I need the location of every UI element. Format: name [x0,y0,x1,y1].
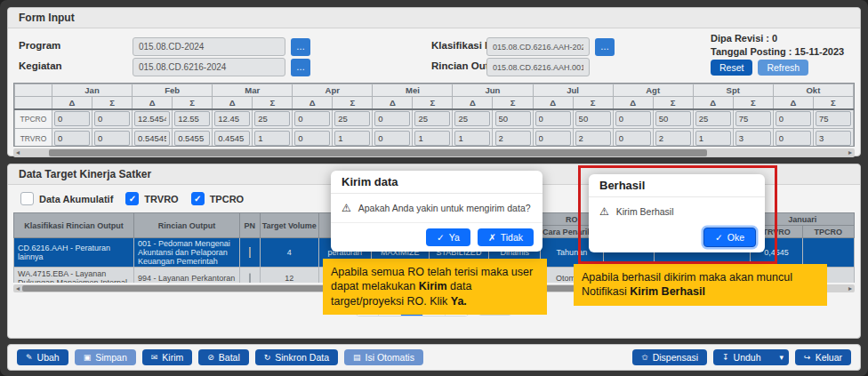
month-value-input[interactable] [454,131,490,146]
month-value-input[interactable] [214,111,250,126]
month-value-input[interactable] [655,131,691,146]
month-header-apr: Apr [293,84,373,97]
month-value-input[interactable] [174,111,210,126]
month-value-input[interactable] [374,111,410,126]
kegiatan-browse-button[interactable]: … [291,59,310,76]
cross-icon: ✗ [488,232,496,243]
ya-button[interactable]: ✓ Ya [426,228,470,246]
month-value-input[interactable] [575,111,611,126]
tpcro-checkbox[interactable]: ✓ [191,192,205,205]
month-value-input[interactable] [414,131,450,146]
sync-icon: ↻ [264,353,271,362]
month-value-input[interactable] [414,111,450,126]
keluar-button[interactable]: ↪ Keluar [795,349,851,365]
kro-input[interactable] [486,37,590,56]
kirim-modal-title: Kirim data [331,171,542,194]
month-value-input[interactable] [294,111,330,126]
scroll-right-icon[interactable]: ▸ [846,284,855,293]
month-value-input[interactable] [294,131,330,146]
month-value-input[interactable] [776,131,811,146]
pn-checkbox[interactable] [249,273,251,283]
month-value-input[interactable] [54,131,90,146]
month-value-input[interactable] [334,131,370,146]
sinkron-data-button[interactable]: ↻ Sinkron Data [255,349,338,365]
scroll-left-icon[interactable]: ◂ [13,148,22,157]
kirim-button[interactable]: ✉ Kirim [142,349,192,365]
sub-header-sigma: Σ [653,97,693,109]
sub-header-sigma: Σ [92,97,133,109]
month-value-input[interactable] [735,111,771,126]
month-table-scrollbar[interactable]: ◂ ▸ [13,148,855,157]
month-value-input[interactable] [495,131,531,146]
month-value-input[interactable] [816,111,851,126]
sub-header-sigma: Σ [733,97,773,109]
month-value-input[interactable] [374,131,410,146]
trvro-checkbox[interactable]: ✓ [125,192,139,205]
oke-button[interactable]: ✓ Oke [703,228,756,247]
month-value-input[interactable] [174,131,210,146]
tidak-button[interactable]: ✗ Tidak [478,228,534,246]
ro-input[interactable] [486,58,590,76]
month-value-input[interactable] [454,111,490,126]
reset-button[interactable]: Reset [711,60,752,76]
month-value-input[interactable] [495,111,531,126]
month-value-input[interactable] [816,131,851,146]
month-value-input[interactable] [735,131,771,146]
dispensasi-label: Dispensasi [653,352,698,363]
month-value-input[interactable] [54,111,90,126]
month-value-input[interactable] [134,111,170,126]
sub-header-delta: Δ [133,97,173,109]
sub-header-delta: Δ [693,97,733,109]
table-cell [802,238,854,268]
sub-header-delta: Δ [613,97,653,109]
ubah-button[interactable]: ✎ Ubah [17,349,68,365]
program-browse-button[interactable]: … [291,38,310,56]
data-akumulatif-checkbox[interactable] [20,192,34,205]
dispensasi-button[interactable]: ✩ Dispensasi [632,349,707,365]
scroll-right-icon[interactable]: ▸ [846,148,855,157]
berhasil-modal: Berhasil ⚠ Kirim Berhasil ✓ Oke [589,174,765,252]
month-value-input[interactable] [535,131,571,146]
table-cell: CD.6216.AAH - Peraturan lainnya [14,238,134,268]
col-header: Rincian Output [134,213,240,238]
scroll-left-icon[interactable]: ◂ [13,284,22,293]
month-value-input[interactable] [615,131,651,146]
month-value-input[interactable] [94,111,130,126]
sub-header-sigma: Σ [333,97,373,109]
month-value-input[interactable] [695,111,731,126]
month-value-input[interactable] [334,111,370,126]
month-value-input[interactable] [695,131,731,146]
row-label: TRVRO [15,129,52,148]
col-header: PN [239,213,260,238]
chevron-down-icon: ▾ [780,353,784,362]
month-value-input[interactable] [535,111,571,126]
month-scroll-thumb[interactable] [49,149,707,156]
batal-label: Batal [219,352,240,363]
month-value-input[interactable] [615,111,651,126]
simpan-button[interactable]: ▣ Simpan [75,349,136,365]
batal-button[interactable]: ⊘ Batal [198,349,248,365]
month-value-input[interactable] [254,131,290,146]
month-table: JanFebMarAprMeiJunJulAgtSptOktΔΣΔΣΔΣΔΣΔΣ… [13,83,855,147]
month-value-input[interactable] [214,131,250,146]
tanggal-posting-text: Tanggal Posting : 15-11-2023 [711,46,844,57]
month-value-input[interactable] [776,111,811,126]
unduh-button[interactable]: ↧ Unduh ▾ [713,349,789,365]
pn-checkbox[interactable] [249,247,251,258]
kro-browse-button[interactable]: … [595,38,615,56]
berhasil-modal-title: Berhasil [589,174,765,197]
month-value-input[interactable] [575,131,611,146]
month-value-input[interactable] [134,131,170,146]
kegiatan-input[interactable] [133,58,285,76]
month-header-spt: Spt [693,84,773,97]
month-value-input[interactable] [254,111,290,126]
month-value-input[interactable] [655,111,691,126]
isi-otomatis-button[interactable]: ▤ Isi Otomatis [344,349,423,365]
table-cell: WA.4715.EBA - Layanan Dukungan Manajemen… [14,268,134,284]
month-row-tpcro: TPCRO [15,109,854,129]
month-value-input[interactable] [94,131,130,146]
refresh-button[interactable]: Refresh [758,60,808,76]
program-input[interactable] [133,37,285,56]
cancel-icon: ⊘ [207,353,214,362]
month-header-feb: Feb [133,84,213,97]
